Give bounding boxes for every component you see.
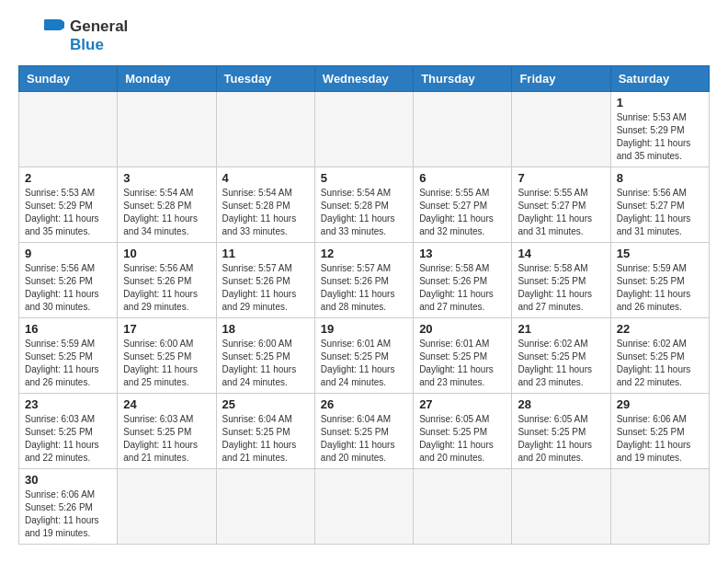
calendar-week-row: 23Sunrise: 6:03 AM Sunset: 5:25 PM Dayli…: [19, 394, 710, 469]
calendar-day-cell: 7Sunrise: 5:55 AM Sunset: 5:27 PM Daylig…: [512, 167, 610, 243]
day-info: Sunrise: 6:06 AM Sunset: 5:26 PM Dayligh…: [25, 488, 111, 540]
day-number: 9: [25, 247, 111, 260]
day-number: 7: [518, 171, 604, 185]
day-info: Sunrise: 5:57 AM Sunset: 5:26 PM Dayligh…: [321, 262, 407, 314]
calendar-day-cell: 8Sunrise: 5:56 AM Sunset: 5:27 PM Daylig…: [610, 167, 709, 243]
calendar-day-cell: 27Sunrise: 6:05 AM Sunset: 5:25 PM Dayli…: [414, 394, 512, 469]
day-number: 13: [419, 247, 506, 260]
calendar-day-cell: 17Sunrise: 6:00 AM Sunset: 5:25 PM Dayli…: [118, 318, 216, 394]
calendar-header-saturday: Saturday: [610, 66, 709, 92]
day-number: 8: [617, 171, 703, 185]
calendar-day-cell: 12Sunrise: 5:57 AM Sunset: 5:26 PM Dayli…: [314, 243, 413, 318]
calendar-day-cell: 29Sunrise: 6:06 AM Sunset: 5:25 PM Dayli…: [610, 394, 709, 469]
day-info: Sunrise: 5:56 AM Sunset: 5:26 PM Dayligh…: [25, 262, 111, 314]
day-number: 18: [222, 322, 309, 336]
day-info: Sunrise: 5:59 AM Sunset: 5:25 PM Dayligh…: [25, 338, 111, 389]
calendar-day-cell: [216, 92, 314, 167]
svg-rect-0: [44, 19, 61, 30]
logo-blue-text: Blue: [70, 36, 128, 54]
calendar-day-cell: 30Sunrise: 6:06 AM Sunset: 5:26 PM Dayli…: [19, 469, 118, 545]
day-info: Sunrise: 6:06 AM Sunset: 5:25 PM Dayligh…: [617, 413, 703, 465]
calendar-header-thursday: Thursday: [414, 66, 512, 92]
day-number: 6: [419, 171, 506, 185]
day-number: 1: [617, 96, 703, 109]
calendar-day-cell: 25Sunrise: 6:04 AM Sunset: 5:25 PM Dayli…: [216, 394, 314, 469]
calendar-day-cell: 1Sunrise: 5:53 AM Sunset: 5:29 PM Daylig…: [610, 92, 709, 167]
day-info: Sunrise: 5:56 AM Sunset: 5:26 PM Dayligh…: [123, 262, 210, 314]
calendar-day-cell: 3Sunrise: 5:54 AM Sunset: 5:28 PM Daylig…: [118, 167, 216, 243]
calendar-day-cell: 11Sunrise: 5:57 AM Sunset: 5:26 PM Dayli…: [216, 243, 314, 318]
calendar-header-row: SundayMondayTuesdayWednesdayThursdayFrid…: [19, 66, 710, 92]
calendar-day-cell: [314, 92, 413, 167]
calendar-day-cell: 13Sunrise: 5:58 AM Sunset: 5:26 PM Dayli…: [414, 243, 512, 318]
day-number: 10: [123, 247, 210, 260]
day-info: Sunrise: 5:54 AM Sunset: 5:28 PM Dayligh…: [222, 187, 309, 238]
calendar-day-cell: 14Sunrise: 5:58 AM Sunset: 5:25 PM Dayli…: [512, 243, 610, 318]
calendar-day-cell: 5Sunrise: 5:54 AM Sunset: 5:28 PM Daylig…: [314, 167, 413, 243]
day-info: Sunrise: 6:05 AM Sunset: 5:25 PM Dayligh…: [518, 413, 604, 465]
day-info: Sunrise: 5:56 AM Sunset: 5:27 PM Dayligh…: [617, 187, 703, 238]
day-info: Sunrise: 6:03 AM Sunset: 5:25 PM Dayligh…: [25, 413, 111, 465]
calendar-day-cell: [512, 92, 610, 167]
calendar-week-row: 9Sunrise: 5:56 AM Sunset: 5:26 PM Daylig…: [19, 243, 710, 318]
day-number: 14: [518, 247, 604, 260]
calendar-day-cell: 6Sunrise: 5:55 AM Sunset: 5:27 PM Daylig…: [414, 167, 512, 243]
day-info: Sunrise: 5:54 AM Sunset: 5:28 PM Dayligh…: [123, 187, 210, 238]
day-number: 27: [419, 397, 506, 411]
calendar-day-cell: [314, 469, 413, 545]
day-number: 3: [123, 171, 210, 185]
day-info: Sunrise: 5:57 AM Sunset: 5:26 PM Dayligh…: [222, 262, 309, 314]
day-info: Sunrise: 6:01 AM Sunset: 5:25 PM Dayligh…: [419, 338, 506, 389]
calendar-day-cell: 18Sunrise: 6:00 AM Sunset: 5:25 PM Dayli…: [216, 318, 314, 394]
calendar-day-cell: 9Sunrise: 5:56 AM Sunset: 5:26 PM Daylig…: [19, 243, 118, 318]
calendar-day-cell: [512, 469, 610, 545]
day-info: Sunrise: 5:53 AM Sunset: 5:29 PM Dayligh…: [617, 111, 703, 163]
day-number: 2: [25, 171, 111, 185]
calendar-day-cell: 28Sunrise: 6:05 AM Sunset: 5:25 PM Dayli…: [512, 394, 610, 469]
day-info: Sunrise: 6:01 AM Sunset: 5:25 PM Dayligh…: [321, 338, 407, 389]
day-info: Sunrise: 6:05 AM Sunset: 5:25 PM Dayligh…: [419, 413, 506, 465]
calendar-day-cell: [610, 469, 709, 545]
day-number: 22: [617, 322, 703, 336]
calendar-header-friday: Friday: [512, 66, 610, 92]
calendar-day-cell: 16Sunrise: 5:59 AM Sunset: 5:25 PM Dayli…: [19, 318, 118, 394]
calendar-header-monday: Monday: [118, 66, 216, 92]
day-number: 29: [617, 397, 703, 411]
calendar-day-cell: 4Sunrise: 5:54 AM Sunset: 5:28 PM Daylig…: [216, 167, 314, 243]
day-info: Sunrise: 5:59 AM Sunset: 5:25 PM Dayligh…: [617, 262, 703, 314]
calendar-week-row: 30Sunrise: 6:06 AM Sunset: 5:26 PM Dayli…: [19, 469, 710, 545]
day-info: Sunrise: 6:00 AM Sunset: 5:25 PM Dayligh…: [123, 338, 210, 389]
day-info: Sunrise: 5:58 AM Sunset: 5:25 PM Dayligh…: [518, 262, 604, 314]
calendar-table: SundayMondayTuesdayWednesdayThursdayFrid…: [18, 65, 710, 545]
day-number: 12: [321, 247, 407, 260]
day-number: 11: [222, 247, 309, 260]
calendar-week-row: 1Sunrise: 5:53 AM Sunset: 5:29 PM Daylig…: [19, 92, 710, 167]
calendar-day-cell: 24Sunrise: 6:03 AM Sunset: 5:25 PM Dayli…: [118, 394, 216, 469]
calendar-day-cell: 22Sunrise: 6:02 AM Sunset: 5:25 PM Dayli…: [610, 318, 709, 394]
general-blue-logo-icon: [18, 15, 64, 56]
day-info: Sunrise: 5:58 AM Sunset: 5:26 PM Dayligh…: [419, 262, 506, 314]
calendar-week-row: 2Sunrise: 5:53 AM Sunset: 5:29 PM Daylig…: [19, 167, 710, 243]
day-info: Sunrise: 6:00 AM Sunset: 5:25 PM Dayligh…: [222, 338, 309, 389]
day-number: 26: [321, 397, 407, 411]
day-info: Sunrise: 5:54 AM Sunset: 5:28 PM Dayligh…: [321, 187, 407, 238]
calendar-day-cell: [414, 92, 512, 167]
calendar-header-wednesday: Wednesday: [314, 66, 413, 92]
day-number: 5: [321, 171, 407, 185]
calendar-day-cell: 15Sunrise: 5:59 AM Sunset: 5:25 PM Dayli…: [610, 243, 709, 318]
calendar-day-cell: [414, 469, 512, 545]
calendar-week-row: 16Sunrise: 5:59 AM Sunset: 5:25 PM Dayli…: [19, 318, 710, 394]
logo-general-text: General: [70, 17, 128, 36]
day-number: 28: [518, 397, 604, 411]
calendar-day-cell: 20Sunrise: 6:01 AM Sunset: 5:25 PM Dayli…: [414, 318, 512, 394]
day-number: 30: [25, 473, 111, 487]
day-number: 20: [419, 322, 506, 336]
day-number: 21: [518, 322, 604, 336]
calendar-day-cell: [118, 92, 216, 167]
calendar-day-cell: 21Sunrise: 6:02 AM Sunset: 5:25 PM Dayli…: [512, 318, 610, 394]
day-info: Sunrise: 5:53 AM Sunset: 5:29 PM Dayligh…: [25, 187, 111, 238]
calendar-day-cell: [19, 92, 118, 167]
calendar-day-cell: 23Sunrise: 6:03 AM Sunset: 5:25 PM Dayli…: [19, 394, 118, 469]
day-info: Sunrise: 5:55 AM Sunset: 5:27 PM Dayligh…: [419, 187, 506, 238]
calendar-header-sunday: Sunday: [19, 66, 118, 92]
